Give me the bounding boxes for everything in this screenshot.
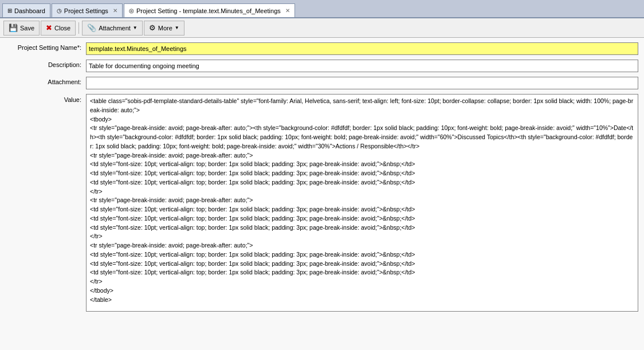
save-label: Save <box>20 25 34 32</box>
name-input[interactable] <box>86 42 638 55</box>
attachment-label: Attachment: <box>6 77 86 85</box>
tab-dashboard[interactable]: ⊞ Dashboard <box>2 3 50 17</box>
value-textarea[interactable]: <table class="sobis-pdf-template-standar… <box>86 94 638 312</box>
value-line: </tr> <box>90 232 634 241</box>
attachment-dropdown-arrow: ▼ <box>133 25 138 30</box>
value-line: </tr> <box>90 277 634 286</box>
close-icon: ✖ <box>46 23 52 32</box>
project-setting-detail-icon: ◎ <box>129 7 134 14</box>
more-icon: ⚙ <box>149 23 156 32</box>
description-label: Description: <box>6 60 86 68</box>
more-dropdown-arrow: ▼ <box>175 25 179 30</box>
tab-project-setting-detail[interactable]: ◎ Project Setting - template.text.Minute… <box>124 3 295 17</box>
close-button[interactable]: ✖ Close <box>41 21 76 36</box>
main-content: Project Setting Name*: Description: Atta… <box>0 38 644 350</box>
form-area: Project Setting Name*: Description: Atta… <box>0 38 644 320</box>
value-line: <td style="font-size: 10pt; vertical-ali… <box>90 169 634 178</box>
tab-project-settings-label: Project Settings <box>64 7 108 14</box>
dashboard-icon: ⊞ <box>7 7 12 14</box>
save-icon: 💾 <box>9 23 18 32</box>
project-settings-icon: ◷ <box>57 7 62 14</box>
description-row: Description: <box>6 60 638 73</box>
attachment-icon: 📎 <box>87 23 96 32</box>
close-label: Close <box>54 25 70 32</box>
value-line: <tr style="page-break-inside: avoid; pag… <box>90 241 634 250</box>
attachment-button[interactable]: 📎 Attachment ▼ <box>82 21 143 36</box>
description-input[interactable] <box>86 60 638 72</box>
value-line: <td style="font-size: 10pt; vertical-ali… <box>90 250 634 259</box>
tab-project-settings[interactable]: ◷ Project Settings ✕ <box>52 3 123 17</box>
value-line: <tr style="page-break-inside: avoid; pag… <box>90 124 634 151</box>
value-line: <tr style="page-break-inside: avoid; pag… <box>90 196 634 205</box>
value-line: </table> <box>90 296 634 305</box>
value-line: <td style="font-size: 10pt; vertical-ali… <box>90 259 634 269</box>
value-line: </tbody> <box>90 286 634 296</box>
attachment-row: Attachment: <box>6 77 638 91</box>
value-line: </tr> <box>90 187 634 196</box>
value-line: <td style="font-size: 10pt; vertical-ali… <box>90 223 634 233</box>
attachment-input[interactable] <box>86 77 638 89</box>
toolbar-separator-1 <box>78 22 79 34</box>
tab-project-setting-detail-close[interactable]: ✕ <box>285 7 290 14</box>
value-line: <td style="font-size: 10pt; vertical-ali… <box>90 160 634 169</box>
value-line: <td style="font-size: 10pt; vertical-ali… <box>90 214 634 223</box>
more-button[interactable]: ⚙ More ▼ <box>144 21 184 36</box>
tab-project-settings-close[interactable]: ✕ <box>113 7 117 14</box>
value-line: <td style="font-size: 10pt; vertical-ali… <box>90 178 634 187</box>
value-line: <table class="sobis-pdf-template-standar… <box>90 97 634 115</box>
more-label: More <box>158 25 172 32</box>
save-button[interactable]: 💾 Save <box>3 21 40 36</box>
value-row: Value: <table class="sobis-pdf-template-… <box>6 94 638 312</box>
value-label: Value: <box>6 94 86 103</box>
value-line: <td style="font-size: 10pt; vertical-ali… <box>90 268 634 277</box>
value-line: <tr style="page-break-inside: avoid; pag… <box>90 151 634 160</box>
attachment-label: Attachment <box>99 25 131 32</box>
tab-dashboard-label: Dashboard <box>14 7 45 14</box>
value-line: <td style="font-size: 10pt; vertical-ali… <box>90 205 634 214</box>
name-label: Project Setting Name*: <box>6 42 86 51</box>
tab-project-setting-detail-label: Project Setting - template.text.Minutes_… <box>136 7 281 14</box>
value-line: <tbody> <box>90 115 634 124</box>
tab-bar: ⊞ Dashboard ◷ Project Settings ✕ ◎ Proje… <box>0 0 644 18</box>
name-row: Project Setting Name*: <box>6 42 638 56</box>
toolbar: 💾 Save ✖ Close 📎 Attachment ▼ ⚙ More ▼ <box>0 18 644 38</box>
